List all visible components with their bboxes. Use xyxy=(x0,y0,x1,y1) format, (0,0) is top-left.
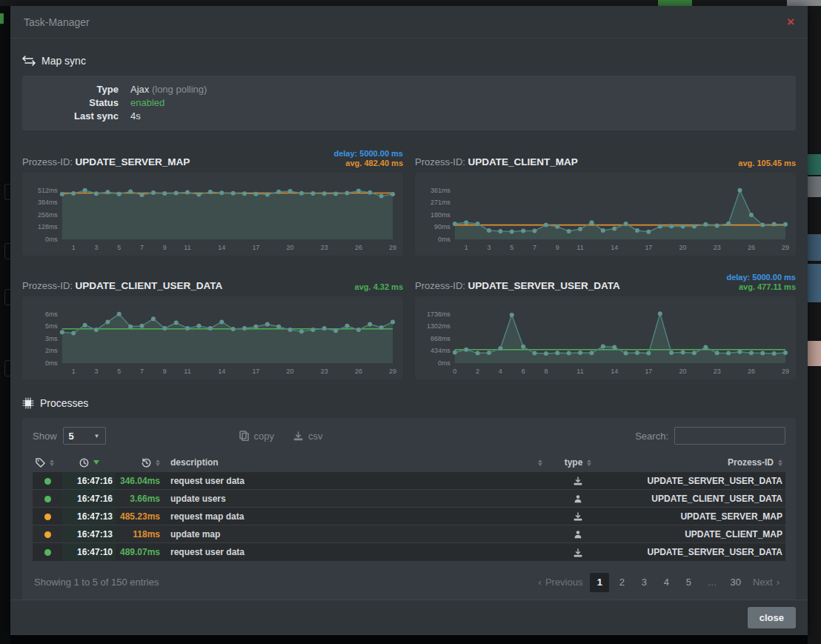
description-cell: request user data xyxy=(163,543,545,561)
pid-header-label: Prozess-ID xyxy=(728,457,774,468)
status-dot xyxy=(44,478,51,485)
page-length-select[interactable]: 5 ▼ xyxy=(63,427,106,445)
entries-info: Showing 1 to 5 of 150 entries xyxy=(34,577,159,588)
chart-title: Prozess-ID: UPDATE_SERVER_MAP xyxy=(22,156,190,167)
background-page-right xyxy=(808,6,821,644)
svg-text:90ms: 90ms xyxy=(434,223,451,230)
chevron-left-icon: ‹ xyxy=(539,577,542,588)
map-sync-info-panel: Type Ajax (long polling) Status enabled … xyxy=(22,76,796,130)
svg-text:1736ms: 1736ms xyxy=(427,311,451,318)
last-sync-value: 4s xyxy=(119,110,141,123)
chart-block-update-server-map: Prozess-ID: UPDATE_SERVER_MAP delay: 500… xyxy=(22,142,403,256)
table-row: 16:47:16 346.04ms request user data UPDA… xyxy=(33,472,785,490)
search-input[interactable] xyxy=(674,427,785,445)
svg-text:0ms: 0ms xyxy=(438,236,451,243)
area-chart: 0ms90ms180ms271ms361ms135791114172023262… xyxy=(421,176,790,253)
copy-button[interactable]: copy xyxy=(239,431,274,442)
duration-cell: 346.04ms xyxy=(116,472,163,490)
time-cell: 16:47:10 xyxy=(62,543,116,561)
svg-text:4: 4 xyxy=(499,368,502,375)
area-chart: 0ms2ms3ms5ms6ms1357911141720232629 xyxy=(28,299,397,376)
svg-text:1302ms: 1302ms xyxy=(427,322,451,330)
table-header-row: description type Prozess-ID xyxy=(33,454,785,472)
area-chart: 0ms434ms868ms1302ms1736ms024681114172023… xyxy=(421,299,790,376)
download-icon xyxy=(293,431,303,441)
page-button-5[interactable]: 5 xyxy=(679,573,698,592)
svg-text:2ms: 2ms xyxy=(45,347,58,354)
svg-text:26: 26 xyxy=(355,244,362,251)
type-cell xyxy=(545,543,611,561)
chart-block-update-server-user-data: Prozess-ID: UPDATE_SERVER_USER_DATA dela… xyxy=(415,266,796,379)
svg-text:271ms: 271ms xyxy=(431,199,451,206)
svg-text:7: 7 xyxy=(140,368,144,375)
copy-label: copy xyxy=(254,431,274,442)
chart-panel: 0ms90ms180ms271ms361ms135791114172023262… xyxy=(415,173,796,256)
page-button-3[interactable]: 3 xyxy=(634,573,654,592)
svg-text:128ms: 128ms xyxy=(38,223,58,230)
page-button-2[interactable]: 2 xyxy=(612,573,631,592)
page-button-30[interactable]: 30 xyxy=(725,573,745,592)
map-sync-label: Map sync xyxy=(41,55,86,67)
svg-text:3: 3 xyxy=(487,244,491,251)
csv-label: csv xyxy=(308,431,323,442)
previous-page-button[interactable]: ‹ Previous xyxy=(534,573,588,592)
svg-text:5: 5 xyxy=(510,244,513,251)
column-header-time[interactable] xyxy=(62,454,116,472)
svg-text:434ms: 434ms xyxy=(431,347,451,354)
duration-cell: 3.66ms xyxy=(116,490,163,508)
sort-icon xyxy=(156,459,160,466)
type-label: Type xyxy=(22,83,119,96)
svg-text:14: 14 xyxy=(218,368,225,375)
svg-text:20: 20 xyxy=(287,368,294,375)
column-header-status[interactable] xyxy=(33,454,62,472)
show-label: Show xyxy=(33,431,57,442)
svg-text:17: 17 xyxy=(252,244,259,251)
duration-cell: 118ms xyxy=(116,525,163,543)
close-button[interactable]: close xyxy=(748,607,796,628)
svg-text:0ms: 0ms xyxy=(438,359,451,367)
svg-text:11: 11 xyxy=(184,244,190,251)
svg-text:1: 1 xyxy=(72,368,76,375)
svg-text:9: 9 xyxy=(556,244,559,251)
page-length-value: 5 xyxy=(69,431,74,442)
svg-text:29: 29 xyxy=(782,244,789,251)
column-header-pid[interactable]: Prozess-ID xyxy=(611,454,785,472)
search-group: Search: xyxy=(635,427,785,445)
page-button-1[interactable]: 1 xyxy=(590,573,609,592)
page-button-4[interactable]: 4 xyxy=(657,573,676,592)
background-artifact xyxy=(808,176,821,197)
modal-title: Task-Manager xyxy=(24,16,90,28)
table-footer: Showing 1 to 5 of 150 entries ‹ Previous… xyxy=(33,570,785,598)
pagination: ‹ Previous 1 2 3 4 5 … 30 Next › xyxy=(534,573,784,592)
svg-text:5: 5 xyxy=(117,368,121,375)
svg-text:0ms: 0ms xyxy=(45,359,58,367)
svg-text:23: 23 xyxy=(714,244,721,251)
svg-text:0ms: 0ms xyxy=(45,236,58,243)
svg-text:17: 17 xyxy=(645,244,652,251)
svg-text:26: 26 xyxy=(355,368,362,375)
chart-title: Prozess-ID: UPDATE_SERVER_USER_DATA xyxy=(415,280,620,291)
info-row-type: Type Ajax (long polling) xyxy=(22,83,796,96)
sort-icon xyxy=(50,459,54,466)
processes-table-panel: Show 5 ▼ copy xyxy=(22,418,796,600)
table-row: 16:47:10 489.07ms request user data UPDA… xyxy=(33,543,785,561)
clipboard-icon xyxy=(239,431,249,441)
charts-grid: Prozess-ID: UPDATE_SERVER_MAP delay: 500… xyxy=(22,142,796,379)
chart-title-row: Prozess-ID: UPDATE_CLIENT_MAP avg. 105.4… xyxy=(415,142,796,167)
last-sync-label: Last sync xyxy=(22,110,119,123)
delay-value: delay: 5000.00 ms xyxy=(333,149,403,158)
svg-text:23: 23 xyxy=(714,368,721,375)
type-cell xyxy=(545,472,611,490)
csv-button[interactable]: csv xyxy=(293,431,323,442)
close-icon[interactable]: × xyxy=(787,16,794,28)
next-page-button[interactable]: Next › xyxy=(748,573,784,592)
column-header-type[interactable]: type xyxy=(545,454,611,472)
type-value-main: Ajax xyxy=(130,84,149,95)
time-cell: 16:47:16 xyxy=(62,472,116,490)
column-header-duration[interactable] xyxy=(116,454,163,472)
column-header-description[interactable]: description xyxy=(163,454,545,472)
svg-text:11: 11 xyxy=(576,244,583,251)
chart-panel: 0ms128ms256ms384ms512ms13579111417202326… xyxy=(22,173,403,256)
svg-text:20: 20 xyxy=(679,244,687,251)
type-value-extra: (long polling) xyxy=(152,84,207,95)
